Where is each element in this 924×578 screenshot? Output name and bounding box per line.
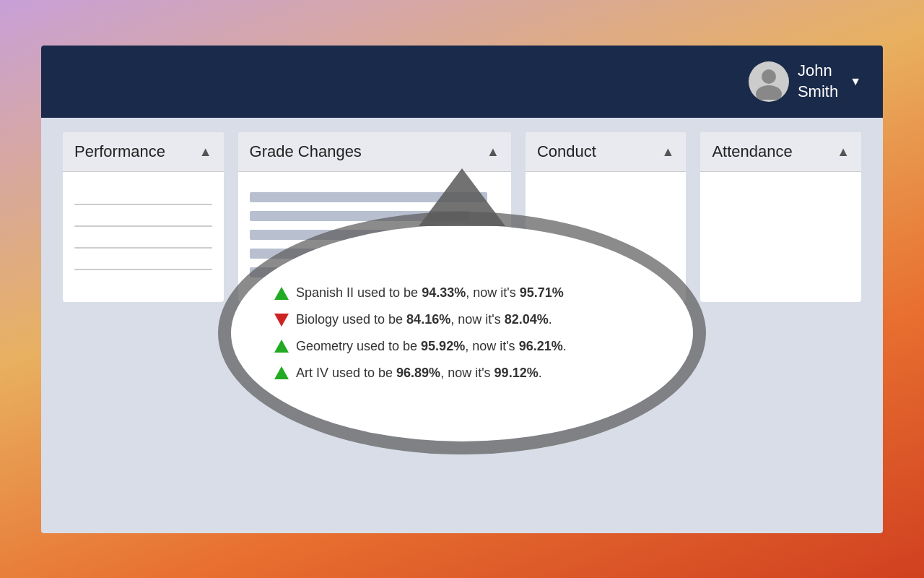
grade-changes-collapse-button[interactable]: ▲ [487, 144, 500, 160]
conduct-collapse-button[interactable]: ▲ [662, 144, 675, 160]
grade-change-item-4: Art IV used to be 96.89%, now it's 99.12… [274, 363, 542, 384]
avatar [749, 61, 789, 102]
perf-line-4 [74, 269, 212, 270]
user-menu[interactable]: John Smith ▼ [749, 61, 861, 102]
arrow-up-icon-3 [274, 340, 289, 353]
attendance-body [700, 172, 861, 302]
grade-change-item-2: Biology used to be 84.16%, now it's 82.0… [274, 309, 552, 330]
dropdown-arrow-icon: ▼ [850, 75, 861, 88]
tooltip-bubble: Spanish II used to be 94.33%, now it's 9… [231, 225, 693, 441]
arrow-down-icon-2 [274, 314, 289, 327]
user-name: John Smith [798, 61, 838, 102]
perf-line-3 [74, 247, 212, 249]
grade-change-item-1: Spanish II used to be 94.33%, now it's 9… [274, 282, 564, 303]
perf-line-1 [74, 204, 212, 205]
conduct-title: Conduct [537, 142, 596, 161]
tooltip-triangle [419, 168, 505, 226]
grade-change-text-3: Geometry used to be 95.92%, now it's 96.… [296, 336, 567, 357]
grade-change-text-2: Biology used to be 84.16%, now it's 82.0… [296, 309, 552, 330]
conduct-widget-header: Conduct ▲ [526, 132, 687, 172]
svg-point-1 [756, 85, 782, 100]
performance-body [63, 172, 224, 302]
main-window: John Smith ▼ Performance ▲ Grade Changes [41, 46, 883, 533]
attendance-title: Attendance [712, 142, 792, 161]
perf-line-2 [74, 225, 212, 227]
app-header: John Smith ▼ [41, 46, 883, 118]
performance-title: Performance [74, 142, 165, 161]
arrow-up-icon-1 [274, 287, 289, 300]
grade-change-item-3: Geometry used to be 95.92%, now it's 96.… [274, 336, 567, 357]
grade-change-text-1: Spanish II used to be 94.33%, now it's 9… [296, 282, 564, 303]
grade-change-text-4: Art IV used to be 96.89%, now it's 99.12… [296, 363, 542, 384]
grade-changes-title: Grade Changes [250, 142, 362, 161]
performance-widget: Performance ▲ [63, 132, 224, 302]
svg-point-0 [762, 69, 776, 84]
attendance-widget: Attendance ▲ [700, 132, 861, 302]
performance-widget-header: Performance ▲ [63, 132, 224, 172]
attendance-collapse-button[interactable]: ▲ [837, 144, 850, 160]
arrow-up-icon-4 [274, 366, 289, 379]
grade-changes-tooltip: Spanish II used to be 94.33%, now it's 9… [231, 168, 693, 441]
grade-changes-widget-header: Grade Changes ▲ [238, 132, 511, 172]
attendance-widget-header: Attendance ▲ [700, 132, 861, 172]
performance-collapse-button[interactable]: ▲ [199, 144, 212, 160]
